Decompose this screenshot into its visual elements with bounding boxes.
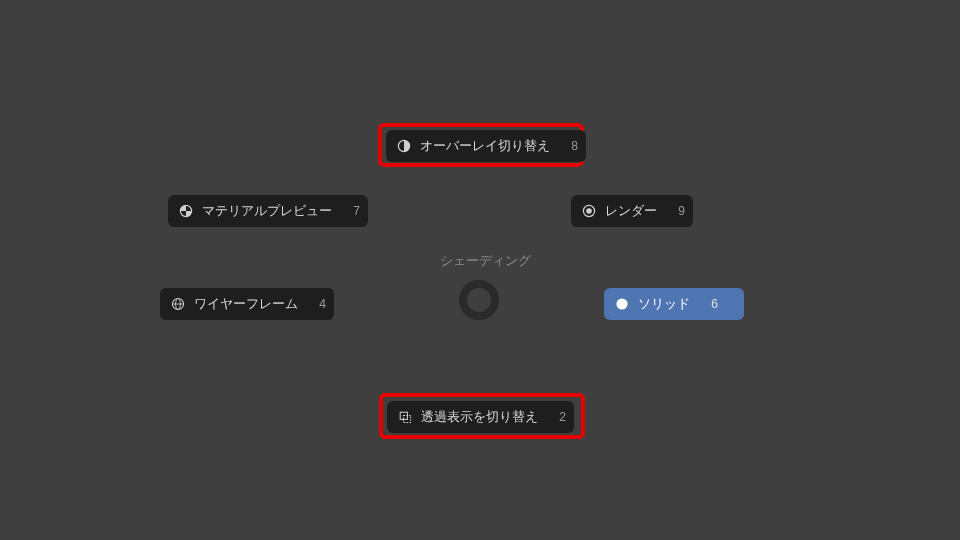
xray-icon [395,407,415,427]
pie-item-toggle-overlays[interactable]: オーバーレイ切り替え 8 [386,130,586,162]
overlay-icon [394,136,414,156]
rendered-icon [579,201,599,221]
material-icon [176,201,196,221]
pie-item-shortcut: 6 [708,297,718,311]
solid-icon [612,294,632,314]
pie-item-shortcut: 4 [316,297,326,311]
pie-menu-title: シェーディング [440,252,531,270]
wireframe-icon [168,294,188,314]
pie-item-material-preview[interactable]: マテリアルプレビュー 7 [168,195,368,227]
pie-item-shortcut: 9 [675,204,685,218]
pie-item-shortcut: 2 [556,410,566,424]
pie-item-label: オーバーレイ切り替え [420,137,550,155]
svg-point-3 [586,208,592,214]
pie-item-rendered[interactable]: レンダー 9 [571,195,693,227]
pie-item-toggle-xray[interactable]: 透過表示を切り替え 2 [387,401,574,433]
svg-point-7 [616,298,627,309]
pie-item-label: 透過表示を切り替え [421,408,538,426]
pie-item-solid[interactable]: ソリッド 6 [604,288,744,320]
pie-item-shortcut: 8 [568,139,578,153]
pie-item-label: マテリアルプレビュー [202,202,332,220]
pie-item-shortcut: 7 [350,204,360,218]
pie-item-label: ソリッド [638,295,690,313]
pie-menu-center-ring [459,280,499,320]
pie-item-label: レンダー [605,202,657,220]
pie-item-label: ワイヤーフレーム [194,295,298,313]
pie-item-wireframe[interactable]: ワイヤーフレーム 4 [160,288,334,320]
